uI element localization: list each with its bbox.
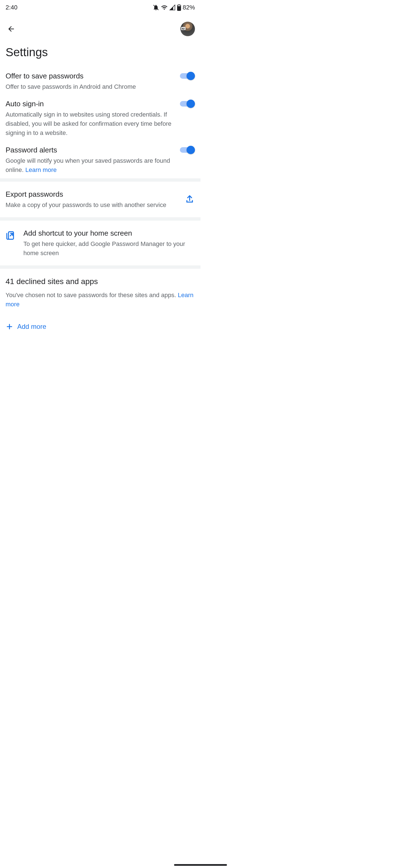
- setting-password-alerts[interactable]: Password alerts Google will notify you w…: [0, 141, 200, 178]
- svg-rect-2: [178, 6, 180, 10]
- setting-title: Auto sign-in: [6, 99, 175, 109]
- page-title: Settings: [0, 42, 200, 67]
- add-more-label: Add more: [17, 323, 46, 331]
- back-button[interactable]: [6, 23, 17, 34]
- setting-title: Add shortcut to your home screen: [23, 228, 195, 238]
- declined-section: 41 declined sites and apps You've chosen…: [0, 269, 200, 314]
- add-more-button[interactable]: Add more: [0, 314, 200, 339]
- wifi-icon: [161, 4, 168, 11]
- shortcut-icon: [6, 230, 16, 241]
- setting-title: Offer to save passwords: [6, 71, 175, 81]
- svg-rect-3: [178, 4, 180, 5]
- setting-desc: Offer to save passwords in Android and C…: [6, 82, 175, 91]
- declined-title: 41 declined sites and apps: [6, 277, 195, 286]
- dnd-off-icon: [152, 4, 159, 11]
- setting-desc: To get here quicker, add Google Password…: [23, 239, 195, 258]
- arrow-back-icon: [7, 25, 15, 33]
- setting-auto-signin[interactable]: Auto sign-in Automatically sign in to we…: [0, 95, 200, 141]
- status-time: 2:40: [6, 4, 18, 11]
- setting-desc: Automatically sign in to websites using …: [6, 110, 175, 137]
- avatar[interactable]: [180, 22, 195, 36]
- app-bar: [0, 14, 200, 42]
- declined-desc: You've chosen not to save passwords for …: [6, 290, 195, 309]
- setting-title: Export passwords: [6, 189, 180, 199]
- divider: [0, 178, 200, 182]
- status-bar: 2:40 82%: [0, 0, 200, 14]
- plus-icon: [6, 323, 13, 331]
- upload-icon: [185, 194, 194, 205]
- cell-signal-icon: [169, 4, 175, 10]
- setting-desc: Make a copy of your passwords to use wit…: [6, 200, 180, 210]
- battery-text: 82%: [183, 4, 195, 11]
- battery-icon: [177, 4, 181, 11]
- status-icons: 82%: [152, 4, 195, 11]
- setting-offer-save[interactable]: Offer to save passwords Offer to save pa…: [0, 67, 200, 95]
- setting-desc: Google will notify you when your saved p…: [6, 156, 175, 175]
- setting-title: Password alerts: [6, 145, 175, 155]
- divider: [0, 217, 200, 221]
- export-passwords[interactable]: Export passwords Make a copy of your pas…: [0, 182, 200, 217]
- learn-more-link[interactable]: Learn more: [25, 166, 57, 173]
- toggle-offer-save[interactable]: [180, 72, 195, 80]
- add-shortcut[interactable]: Add shortcut to your home screen To get …: [0, 221, 200, 266]
- toggle-password-alerts[interactable]: [180, 146, 195, 154]
- toggle-auto-signin[interactable]: [180, 100, 195, 108]
- divider: [0, 266, 200, 269]
